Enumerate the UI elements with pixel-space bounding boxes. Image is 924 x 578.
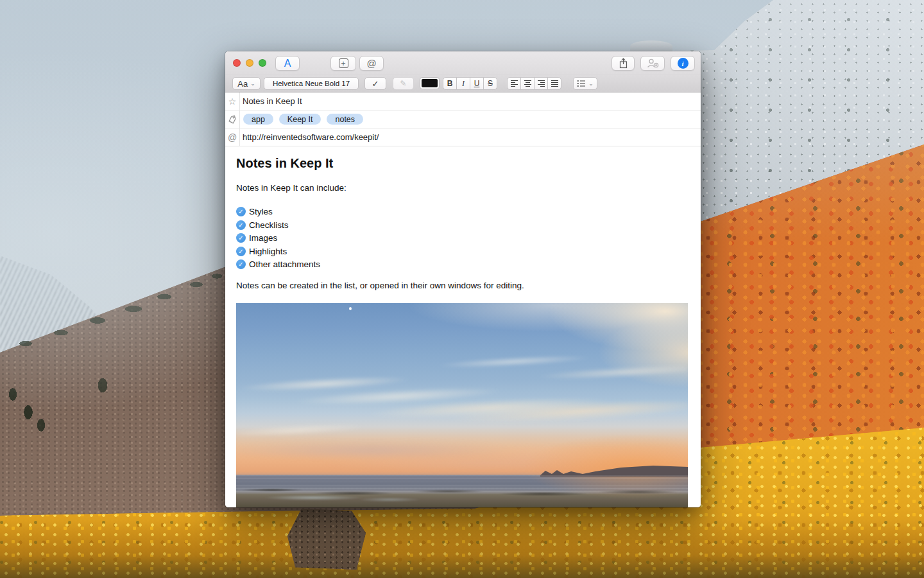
close-button[interactable] <box>233 59 241 67</box>
note-metadata: ☆ Notes in Keep It app Keep It notes @ <box>225 92 701 146</box>
italic-button[interactable]: I <box>456 77 470 90</box>
font-button[interactable]: Helvetica Neue Bold 17 <box>264 77 359 90</box>
checked-checkbox[interactable]: ✓ <box>236 207 246 216</box>
align-center-button[interactable] <box>520 77 535 90</box>
tags-field[interactable]: app Keep It notes <box>243 110 363 128</box>
minimize-button[interactable] <box>246 59 253 67</box>
text-styles-dropdown[interactable]: Aa ⌄ <box>232 77 261 90</box>
title-row: ☆ Notes in Keep It <box>225 92 701 110</box>
align-center-icon <box>524 80 532 87</box>
pen-icon: ✎ <box>400 79 406 88</box>
star-icon[interactable]: ☆ <box>225 92 240 110</box>
bullet-list-icon <box>577 80 586 87</box>
doc-heading: Notes in Keep It <box>236 156 333 171</box>
checked-checkbox[interactable]: ✓ <box>236 233 246 243</box>
checked-checkbox[interactable]: ✓ <box>236 220 246 230</box>
note-url-field[interactable]: http://reinventedsoftware.com/keepit/ <box>243 128 379 146</box>
photo-wet-sand <box>236 303 688 507</box>
checklist: ✓ Styles ✓ Checklists ✓ Images ✓ Highlig… <box>236 207 320 273</box>
desktop-wallpaper: A + @ <box>0 0 924 578</box>
zoom-button[interactable] <box>259 59 266 67</box>
checklist-item: ✓ Other attachments <box>236 259 320 269</box>
checkmark-icon: ✓ <box>372 79 379 89</box>
underline-button[interactable]: U <box>470 77 484 90</box>
url-at-icon: @ <box>225 128 240 146</box>
justify-button[interactable] <box>547 77 561 90</box>
tag-pill[interactable]: Keep It <box>279 114 321 125</box>
align-right-button[interactable] <box>534 77 548 90</box>
checked-checkbox[interactable]: ✓ <box>236 247 246 256</box>
doc-outro: Notes can be created in the list, or ope… <box>236 281 524 290</box>
text-color-well[interactable] <box>420 77 440 89</box>
share-with-people-button[interactable] <box>640 56 665 71</box>
info-icon: i <box>678 58 689 69</box>
bold-button[interactable]: B <box>443 77 457 90</box>
window-titlebar[interactable]: A + @ <box>225 51 701 74</box>
align-left-button[interactable] <box>507 77 521 90</box>
url-row: @ http://reinventedsoftware.com/keepit/ <box>225 128 701 146</box>
at-icon: @ <box>366 58 376 69</box>
photo-moon <box>349 307 352 310</box>
checklist-button[interactable]: ✓ <box>364 77 386 90</box>
add-checkbox-button[interactable]: + <box>330 56 356 71</box>
format-a-icon: A <box>284 58 291 69</box>
doc-intro: Notes in Keep It can include: <box>236 183 346 193</box>
share-icon <box>619 58 628 69</box>
justify-icon <box>551 80 559 87</box>
checked-checkbox[interactable]: ✓ <box>236 259 246 269</box>
list-style-dropdown[interactable]: ⌄ <box>573 77 597 90</box>
checklist-item: ✓ Checklists <box>236 220 320 230</box>
show-format-bar-button[interactable]: A <box>275 56 300 71</box>
link-button[interactable]: @ <box>359 56 384 71</box>
plus-box-icon: + <box>339 58 348 68</box>
text-style-segment: B I U S <box>443 77 497 90</box>
align-right-icon <box>537 80 545 87</box>
checklist-item: ✓ Highlights <box>236 247 320 256</box>
keep-it-note-window: A + @ <box>225 51 701 507</box>
person-add-icon <box>647 58 659 68</box>
format-bar: Aa ⌄ Helvetica Neue Bold 17 ✓ ✎ B I U S <box>225 74 701 92</box>
checklist-item: ✓ Images <box>236 233 320 243</box>
note-title-field[interactable]: Notes in Keep It <box>243 92 302 110</box>
beach-sunset-photo[interactable] <box>236 303 688 507</box>
info-button[interactable]: i <box>671 56 695 71</box>
chevron-down-icon: ⌄ <box>250 80 255 87</box>
color-swatch-black <box>422 79 438 87</box>
chevron-down-icon: ⌄ <box>588 80 594 87</box>
note-editor[interactable]: Notes in Keep It Notes in Keep It can in… <box>225 146 701 507</box>
tag-pill[interactable]: app <box>243 114 273 125</box>
align-left-icon <box>510 80 518 87</box>
alignment-segment <box>507 77 561 90</box>
strikethrough-button[interactable]: S <box>483 77 497 90</box>
tag-icon <box>227 114 238 125</box>
checklist-item: ✓ Styles <box>236 207 320 216</box>
traffic-lights <box>233 59 266 67</box>
share-button[interactable] <box>612 56 635 71</box>
tags-row: app Keep It notes <box>225 110 701 128</box>
highlight-button[interactable]: ✎ <box>393 77 414 90</box>
tag-pill[interactable]: notes <box>327 114 363 125</box>
